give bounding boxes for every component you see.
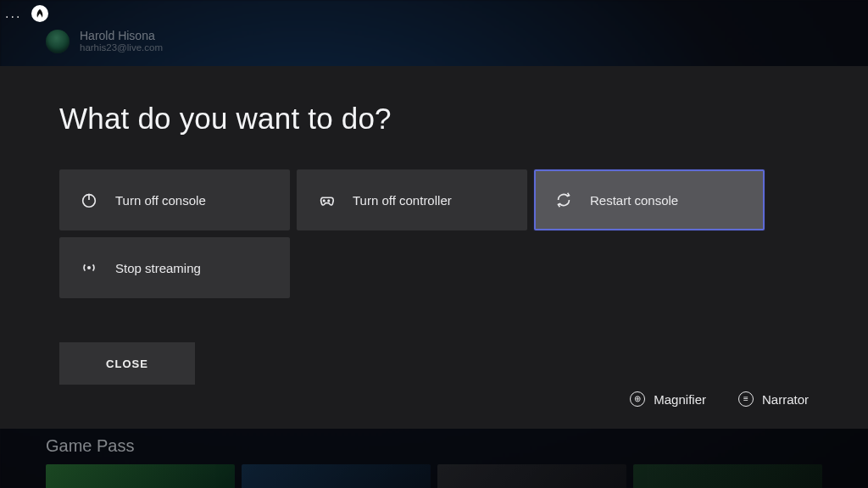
restart-icon [554, 191, 573, 209]
magnifier-label: Magnifier [654, 392, 706, 407]
more-menu[interactable]: ... [5, 6, 21, 21]
profile-text: Harold Hisona harhis23@live.com [80, 29, 163, 53]
power-icon [80, 191, 98, 209]
narrator-button[interactable]: ≡ Narrator [738, 391, 809, 407]
tile [437, 464, 626, 488]
profile-email: harhis23@live.com [80, 42, 163, 53]
magnifier-icon: ⊕ [630, 391, 645, 407]
dialog-title: What do you want to do? [59, 102, 809, 136]
narrator-icon: ≡ [738, 391, 754, 407]
avatar [46, 30, 70, 53]
svg-point-3 [328, 200, 329, 201]
option-grid: Turn off console Turn off controller Res… [59, 169, 809, 298]
magnifier-button[interactable]: ⊕ Magnifier [630, 391, 706, 407]
svg-point-4 [87, 266, 91, 269]
stream-icon [80, 258, 98, 277]
tile [242, 464, 431, 488]
power-menu-dialog: What do you want to do? Turn off console… [0, 66, 868, 429]
turn-off-console-button[interactable]: Turn off console [59, 169, 290, 230]
system-topbar: ... [5, 5, 48, 22]
option-label: Stop streaming [115, 261, 201, 275]
turn-off-controller-button[interactable]: Turn off controller [297, 169, 527, 230]
game-pass-label: Game Pass [46, 436, 134, 456]
tile [46, 464, 235, 488]
restart-console-button[interactable]: Restart console [534, 169, 765, 230]
content-tiles [46, 464, 822, 488]
option-label: Turn off console [115, 193, 206, 208]
profile-name: Harold Hisona [80, 29, 163, 42]
stop-streaming-button[interactable]: Stop streaming [59, 237, 290, 298]
tile [633, 464, 822, 488]
svg-point-2 [324, 200, 325, 201]
controller-icon [317, 191, 336, 209]
close-button[interactable]: CLOSE [59, 342, 195, 385]
narrator-label: Narrator [762, 392, 809, 407]
option-label: Turn off controller [353, 193, 452, 208]
profile-chip[interactable]: Harold Hisona harhis23@live.com [46, 29, 163, 53]
option-label: Restart console [590, 193, 678, 208]
xbox-logo-icon[interactable] [31, 5, 48, 22]
accessibility-row: ⊕ Magnifier ≡ Narrator [630, 391, 809, 407]
